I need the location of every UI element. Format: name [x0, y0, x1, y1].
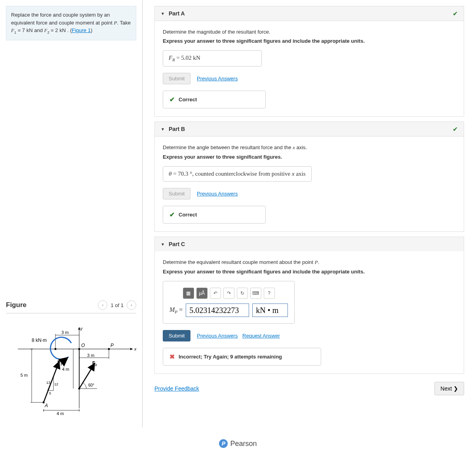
check-icon: ✔	[169, 96, 175, 103]
problem-text: )	[91, 27, 92, 33]
figure-prev-button[interactable]: ‹	[98, 300, 107, 310]
x-icon: ✖	[169, 353, 175, 360]
part-c-body: Determine the equivalent resultant coupl…	[155, 251, 464, 374]
tri-12: 12	[54, 382, 58, 386]
part-c-request-answer-link[interactable]: Request Answer	[242, 333, 280, 339]
dim-3m-2: 3 m	[87, 353, 94, 358]
figure-header: Figure ‹ 1 of 1 ›	[6, 300, 136, 313]
bottom-row: Provide Feedback Next ❯	[154, 382, 464, 395]
part-b-prev-answers-link[interactable]: Previous Answers	[197, 191, 238, 197]
problem-text: and	[33, 27, 44, 33]
reset-button[interactable]: ↻	[237, 288, 248, 299]
angle-label: 60°	[88, 383, 94, 387]
part-a-section: ▼ Part A ✔ Determine the magnitude of th…	[154, 6, 464, 117]
pearson-text: Pearson	[230, 440, 257, 448]
part-a-instruction: Express your answer to three significant…	[163, 38, 456, 44]
check-icon: ✔	[169, 211, 175, 218]
part-b-feedback: ✔ Correct	[163, 206, 266, 224]
part-a-submit-button[interactable]: Submit	[163, 73, 190, 84]
input-toolbar: ▦ μÅ ↶ ↷ ↻ ⌨ ?	[169, 288, 288, 299]
problem-statement: Replace the force and couple system by a…	[6, 6, 136, 40]
part-a-answer: FR = 5.02 kN	[163, 50, 262, 66]
caret-down-icon: ▼	[161, 127, 165, 131]
part-b-answer: θ = 70.3 °, counted counterclockwise fro…	[163, 166, 312, 182]
part-c-header[interactable]: ▼ Part C	[155, 237, 464, 251]
part-b-title: Part B	[169, 126, 185, 132]
f2-val: = 2 kN	[50, 27, 66, 33]
dim-3m-1: 3 m	[61, 330, 69, 335]
special-chars-button[interactable]: μÅ	[196, 288, 208, 299]
part-b-prompt: Determine the angle between the resultan…	[163, 144, 456, 151]
part-b-section: ▼ Part B ✔ Determine the angle between t…	[154, 121, 464, 232]
part-a-title: Part A	[169, 10, 185, 17]
y-axis-label: y	[80, 326, 83, 331]
f1-var: F	[11, 27, 14, 33]
footer: P Pearson	[0, 427, 476, 456]
figure-count: 1 of 1	[110, 302, 124, 308]
part-c-prompt: Determine the equivalent resultant coupl…	[163, 259, 456, 266]
correct-text: Correct	[179, 97, 197, 102]
left-panel: Replace the force and couple system by a…	[0, 0, 143, 427]
origin-label: O	[81, 343, 85, 348]
part-c-title: Part C	[169, 241, 185, 247]
help-button[interactable]: ?	[264, 288, 275, 299]
figure-section: Figure ‹ 1 of 1 › y x	[6, 292, 136, 421]
caret-down-icon: ▼	[161, 11, 165, 16]
check-icon: ✔	[453, 10, 458, 17]
part-c-input-row: MP =	[169, 303, 288, 317]
pearson-p-icon: P	[219, 439, 228, 448]
part-a-prompt: Determine the magnitude of the resultant…	[163, 29, 456, 35]
part-b-submit-button[interactable]: Submit	[163, 188, 190, 199]
provide-feedback-link[interactable]: Provide Feedback	[154, 385, 199, 392]
figure-title: Figure	[6, 301, 27, 309]
check-icon: ✔	[453, 125, 458, 133]
part-c-submit-row: Submit Previous Answers Request Answer	[163, 330, 456, 341]
part-b-body: Determine the angle between the resultan…	[155, 137, 464, 231]
part-a-header[interactable]: ▼ Part A ✔	[155, 6, 464, 21]
part-c-prev-answers-link[interactable]: Previous Answers	[197, 333, 238, 339]
part-c-submit-button[interactable]: Submit	[163, 330, 190, 341]
undo-button[interactable]: ↶	[210, 288, 221, 299]
force-f2-label: F2	[92, 360, 97, 367]
part-c-input-panel: ▦ μÅ ↶ ↷ ↻ ⌨ ? MP =	[163, 281, 295, 324]
dim-4m-v: 4 m	[62, 367, 69, 372]
moment-label: 8 kN·m	[32, 338, 47, 343]
keyboard-button[interactable]: ⌨	[250, 288, 261, 299]
part-a-submit-row: Submit Previous Answers	[163, 73, 456, 84]
redo-button[interactable]: ↷	[223, 288, 234, 299]
part-b-header[interactable]: ▼ Part B ✔	[155, 122, 464, 137]
correct-text: Correct	[179, 212, 197, 218]
mp-label: MP =	[169, 306, 183, 314]
right-panel: ▼ Part A ✔ Determine the magnitude of th…	[143, 0, 476, 427]
dim-4m-h: 4 m	[57, 411, 64, 416]
problem-text: . (	[66, 27, 72, 33]
next-button[interactable]: Next ❯	[434, 382, 464, 395]
template-button[interactable]: ▦	[183, 288, 194, 299]
point-p-label: P	[110, 343, 114, 348]
x-axis-label: x	[134, 347, 137, 351]
tri-13: 13	[46, 381, 50, 385]
part-b-submit-row: Submit Previous Answers	[163, 188, 456, 199]
pearson-logo: P Pearson	[219, 439, 257, 448]
f1-val: = 7 kN	[16, 27, 33, 33]
part-a-body: Determine the magnitude of the resultant…	[155, 21, 464, 116]
figure-diagram: y x O P 3 m 3 m 8 kN·m F1	[6, 321, 136, 421]
part-c-instruction: Express your answer to three significant…	[163, 269, 456, 275]
figure-next-button[interactable]: ›	[127, 300, 136, 310]
value-input[interactable]	[186, 303, 249, 317]
figure-nav: ‹ 1 of 1 ›	[98, 300, 136, 310]
dim-5m: 5 m	[21, 373, 28, 377]
incorrect-text: Incorrect; Try Again; 9 attempts remaini…	[179, 354, 282, 360]
unit-input[interactable]	[252, 303, 288, 317]
part-a-feedback: ✔ Correct	[163, 91, 266, 108]
point-a-label: A	[44, 403, 48, 408]
tri-5: 5	[49, 391, 51, 395]
part-b-instruction: Express your answer to three significant…	[163, 154, 456, 160]
force-f1-label: F1	[57, 360, 62, 366]
part-c-section: ▼ Part C Determine the equivalent result…	[154, 237, 464, 374]
part-a-prev-answers-link[interactable]: Previous Answers	[197, 76, 238, 82]
problem-text: Replace the force and couple system by a…	[11, 12, 114, 26]
part-c-feedback: ✖ Incorrect; Try Again; 9 attempts remai…	[163, 348, 321, 366]
figure-link[interactable]: Figure 1	[72, 27, 91, 33]
caret-down-icon: ▼	[161, 242, 165, 247]
